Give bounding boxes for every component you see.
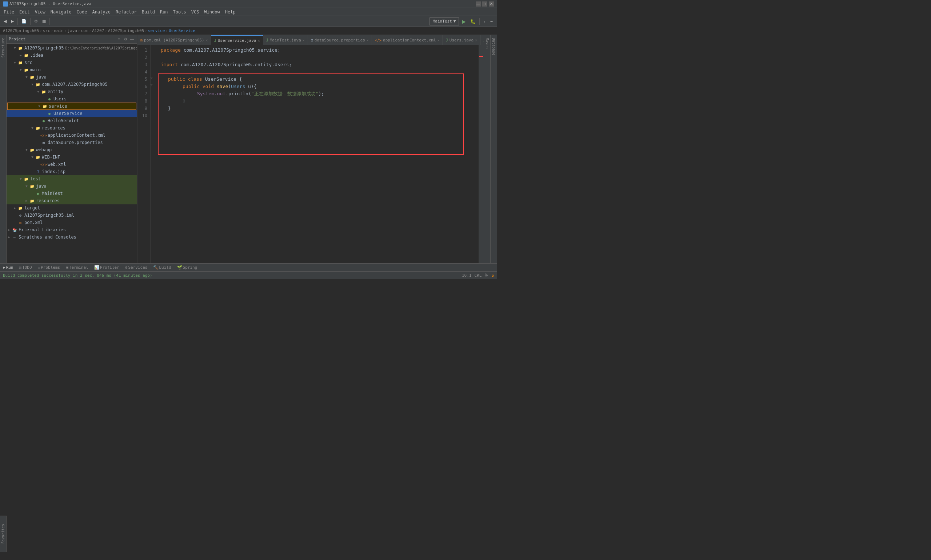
close-button[interactable]: ✕ — [489, 2, 494, 6]
breadcrumb-java[interactable]: java — [68, 28, 77, 33]
run-configuration[interactable]: MainTest ▼ — [429, 17, 459, 25]
tree-collapse-all[interactable]: ≡ — [116, 36, 122, 42]
tree-users[interactable]: ● Users — [6, 95, 137, 103]
tab-userservice-close[interactable]: ✕ — [258, 38, 260, 43]
tree-webxml[interactable]: ≺/≻ web.xml — [6, 161, 137, 168]
iml-label: A1207Springch05.iml — [25, 213, 74, 218]
window-controls[interactable]: — □ ✕ — [476, 2, 494, 6]
tree-test[interactable]: ▼ 📁 test — [6, 175, 137, 183]
tab-userservice[interactable]: J UserService.java ✕ — [211, 35, 263, 45]
tree-com[interactable]: ▼ 📁 com.A1207.A1207Springch05 — [6, 81, 137, 88]
tab-appcontext-close[interactable]: ✕ — [437, 38, 440, 42]
pomxml-icon: m — [17, 220, 23, 225]
tree-test-java[interactable]: ▼ 📁 java — [6, 183, 137, 190]
code-content[interactable]: package com.A1207.A1207Springch05.servic… — [158, 45, 479, 263]
breadcrumb-project[interactable]: A1207Springch05 — [3, 28, 39, 33]
bottom-services[interactable]: ⚙ Services — [124, 264, 149, 271]
run-button[interactable]: ▶ — [460, 17, 467, 25]
structure-label[interactable]: Structure — [1, 35, 5, 60]
bottom-run[interactable]: ▶ Run — [2, 264, 15, 271]
tab-maintest[interactable]: J MainTest.java ✕ — [263, 35, 308, 45]
tree-webapp[interactable]: ▼ 📁 webapp — [6, 146, 137, 154]
tree-webinf[interactable]: ▼ 📁 WEB-INF — [6, 154, 137, 161]
tab-helloservlet[interactable]: J HelloServlet.java ✕ — [480, 35, 484, 45]
tree-idea[interactable]: ▶ 📁 .idea — [6, 52, 137, 59]
bottom-profiler[interactable]: 📊 Profiler — [93, 264, 121, 271]
toolbar-settings[interactable]: ⚙ — [33, 17, 39, 25]
breadcrumb-com[interactable]: com — [81, 28, 88, 33]
menu-tools[interactable]: Tools — [171, 9, 188, 15]
maven-panel[interactable]: Maven — [484, 35, 490, 263]
indexjsp-label: index.jsp — [42, 169, 65, 174]
maintest-icon: ● — [35, 191, 41, 196]
menu-refactor[interactable]: Refactor — [114, 9, 139, 15]
tree-appcontext[interactable]: ≺/≻ applicationContext.xml — [6, 132, 137, 139]
tree-iml[interactable]: ⊙ A1207Springch05.iml — [6, 212, 137, 219]
menu-build[interactable]: Build — [140, 9, 157, 15]
tab-pomxml-close[interactable]: ✕ — [206, 38, 208, 42]
menu-view[interactable]: View — [33, 9, 48, 15]
tree-target[interactable]: ▶ 📁 target — [6, 205, 137, 212]
maximize-button[interactable]: □ — [482, 2, 487, 6]
toolbar-forward[interactable]: ▶ — [9, 17, 15, 25]
bottom-spring[interactable]: 🌱 Spring — [175, 264, 199, 271]
menu-analyze[interactable]: Analyze — [90, 9, 113, 15]
tree-helloservlet[interactable]: ● HelloServlet — [6, 117, 137, 125]
menu-window[interactable]: Window — [202, 9, 222, 15]
tab-appcontext[interactable]: ≺/≻ applicationContext.xml ✕ — [372, 35, 443, 45]
tab-users[interactable]: J Users.java ✕ — [443, 35, 480, 45]
breadcrumb-service[interactable]: service — [148, 28, 165, 33]
breadcrumb-springch05[interactable]: A1207Springch05 — [108, 28, 144, 33]
menu-file[interactable]: File — [2, 9, 16, 15]
menu-navigate[interactable]: Navigate — [48, 9, 74, 15]
toolbar-git[interactable]: ↑ — [482, 17, 487, 25]
tree-entity[interactable]: ▼ 📁 entity — [6, 88, 137, 95]
tree-maintest[interactable]: ● MainTest — [6, 190, 137, 197]
tab-datasource[interactable]: ⊞ dataSource.properties ✕ — [308, 35, 372, 45]
error-stripe[interactable] — [479, 45, 484, 263]
breadcrumb-userservice[interactable]: UserService — [169, 28, 195, 33]
menu-edit[interactable]: Edit — [17, 9, 32, 15]
tab-datasource-close[interactable]: ✕ — [366, 38, 369, 42]
tree-indexjsp[interactable]: J index.jsp — [6, 168, 137, 175]
tree-java[interactable]: ▼ 📁 java — [6, 74, 137, 81]
menu-help[interactable]: Help — [223, 9, 238, 15]
tree-ext-libs[interactable]: ▶ 📚 External Libraries — [6, 226, 137, 234]
bottom-build[interactable]: 🔨 Build — [152, 264, 172, 271]
tab-maintest-close[interactable]: ✕ — [303, 38, 305, 42]
bottom-problems[interactable]: ⚠ Problems — [36, 264, 62, 271]
tree-pomxml[interactable]: m pom.xml — [6, 219, 137, 226]
breadcrumb-a1207[interactable]: A1207 — [92, 28, 104, 33]
breadcrumb-main[interactable]: main — [54, 28, 64, 33]
tree-datasource[interactable]: ⊞ dataSource.properties — [6, 139, 137, 146]
tab-users-close[interactable]: ✕ — [475, 38, 477, 42]
tab-pomxml[interactable]: m pom.xml (A1207Springch05) ✕ — [137, 35, 211, 45]
tree-scratches[interactable]: ▶ ✏ Scratches and Consoles — [6, 234, 137, 241]
menu-vcs[interactable]: VCS — [189, 9, 202, 15]
toolbar-back[interactable]: ◀ — [2, 17, 8, 25]
structure-panel[interactable]: Structure — [0, 35, 6, 263]
bottom-todo[interactable]: ☑ TODO — [18, 264, 34, 271]
menu-run[interactable]: Run — [158, 9, 170, 15]
minimize-button[interactable]: — — [476, 2, 481, 6]
maven-label[interactable]: Maven — [485, 35, 489, 52]
tree-main[interactable]: ▼ 📁 main — [6, 66, 137, 74]
tree-resources[interactable]: ▼ 📁 resources — [6, 125, 137, 132]
toolbar-more[interactable]: ··· — [488, 17, 495, 25]
tree-test-resources[interactable]: ▶ 📁 resources — [6, 197, 137, 205]
toolbar-recent-files[interactable]: 📄 — [20, 17, 28, 25]
tree-root[interactable]: ▼ 📁 A1207Springch05 D:\JavaEnterpriseWeb… — [6, 45, 137, 52]
tree-userservice[interactable]: ● UserService — [6, 110, 137, 117]
menu-code[interactable]: Code — [75, 9, 89, 15]
toolbar-layout[interactable]: ▦ — [41, 17, 47, 25]
tree-service[interactable]: ▼ 📁 service — [7, 103, 136, 110]
bottom-terminal[interactable]: ▣ Terminal — [65, 264, 90, 271]
tree-src[interactable]: ▼ 📁 src — [6, 59, 137, 66]
tree-settings[interactable]: ⚙ — [123, 36, 128, 42]
database-label[interactable]: Database — [492, 35, 496, 58]
breadcrumb-src[interactable]: src — [43, 28, 50, 33]
code-editor[interactable]: 1 2 3 4 5 6 7 8 9 10 ▽ ▽ — [137, 45, 484, 263]
tree-close[interactable]: — — [129, 36, 135, 42]
debug-button[interactable]: 🐛 — [469, 17, 477, 25]
database-panel[interactable]: Database — [490, 35, 497, 263]
